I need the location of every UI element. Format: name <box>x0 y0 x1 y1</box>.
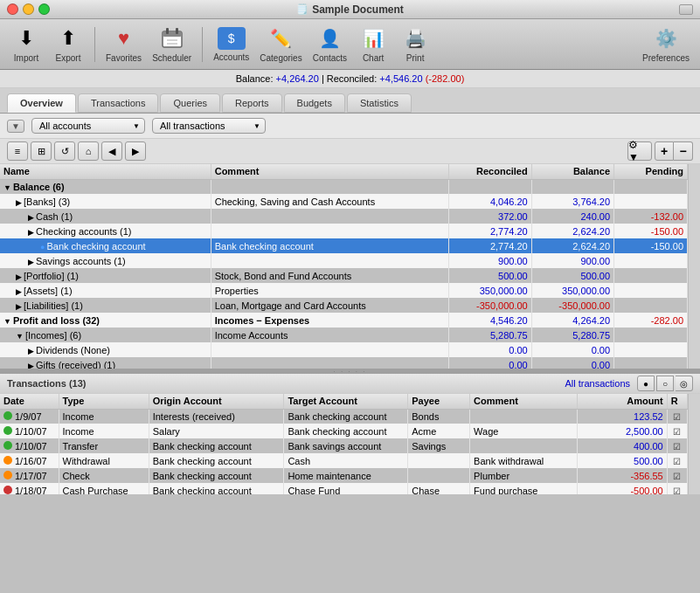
trans-view-btn-2[interactable]: ○ <box>656 376 674 391</box>
transactions-scroll: Date Type Origin Account Target Account … <box>0 394 700 494</box>
maximize-button[interactable] <box>38 3 50 15</box>
trans-cell-target: Bank checking account <box>284 424 408 438</box>
accounts-button[interactable]: $ Accounts <box>210 23 253 66</box>
add-button[interactable]: + <box>655 141 674 161</box>
preferences-button[interactable]: ⚙️ Preferences <box>639 23 693 66</box>
print-button[interactable]: 🖨️ Print <box>396 23 434 66</box>
accounts-scrollbar[interactable] <box>688 164 700 369</box>
tab-statistics[interactable]: Statistics <box>347 93 412 113</box>
transactions-scrollbar[interactable] <box>688 394 700 494</box>
print-label: Print <box>406 53 425 63</box>
transaction-row[interactable]: 1/18/07Cash PurchaseBank checking accoun… <box>0 483 688 494</box>
filter-bar: ▼ All accounts All transactions <box>0 114 700 139</box>
accounts-row[interactable]: ▶[Banks] (3)Checking, Saving and Cash Ac… <box>0 194 688 209</box>
accounts-row[interactable]: ▶[Assets] (1)Properties350,000.00350,000… <box>0 283 688 298</box>
accounts-row[interactable]: ▶[Portfolio] (1)Stock, Bond and Fund Acc… <box>0 268 688 283</box>
import-button[interactable]: ⬇ Import <box>7 23 45 66</box>
accounts-row[interactable]: ▶Dividends (None)0.000.00 <box>0 342 688 357</box>
tab-budgets[interactable]: Budgets <box>284 93 345 113</box>
accounts-filter[interactable]: All accounts <box>31 118 145 134</box>
transactions-filter[interactable]: All transactions <box>152 118 266 134</box>
accounts-table: Name Comment Reconciled Balance Pending … <box>0 164 688 369</box>
export-button[interactable]: ⬆ Export <box>49 23 87 66</box>
tcol-type[interactable]: Type <box>59 394 149 409</box>
tcol-origin[interactable]: Origin Account <box>149 394 284 409</box>
trans-cell-origin: Bank checking account <box>149 453 284 468</box>
accounts-cell-pending <box>614 268 688 283</box>
tab-overview[interactable]: Overview <box>7 93 76 113</box>
transactions-all-label[interactable]: All transactions <box>565 378 630 389</box>
tree-icon: ▶ <box>28 213 34 222</box>
accounts-filter-wrapper[interactable]: All accounts <box>31 118 145 134</box>
categories-button[interactable]: ✏️ Categories <box>256 23 305 66</box>
col-name[interactable]: Name <box>0 164 211 179</box>
list-view-button[interactable]: ≡ <box>7 141 28 161</box>
trans-cell-target: Bank savings account <box>284 438 408 453</box>
contacts-button[interactable]: 👤 Contacts <box>309 23 350 66</box>
trans-cell-comment: Wage <box>470 424 577 438</box>
tcol-payee[interactable]: Payee <box>408 394 470 409</box>
accounts-cell-name: ▼[Incomes] (6) <box>0 328 211 342</box>
accounts-label: Accounts <box>213 52 249 62</box>
tcol-target[interactable]: Target Account <box>284 394 408 409</box>
remove-button[interactable]: − <box>674 141 693 161</box>
accounts-row[interactable]: ▶Checking accounts (1)2,774.202,624.20-1… <box>0 224 688 238</box>
transaction-row[interactable]: 1/17/07CheckBank checking accountHome ma… <box>0 468 688 483</box>
tree-icon: ▶ <box>28 228 34 237</box>
accounts-row[interactable]: ▶[Liabilities] (1)Loan, Mortgage and Car… <box>0 298 688 313</box>
accounts-row[interactable]: ▶Cash (1)372.00240.00-132.00 <box>0 209 688 224</box>
transaction-row[interactable]: 1/9/07IncomeInterests (received)Bank che… <box>0 409 688 424</box>
tree-icon: ▼ <box>3 317 11 326</box>
trans-view-btn-1[interactable]: ● <box>637 376 655 391</box>
trans-view-btn-3[interactable]: ◎ <box>676 376 693 391</box>
balance-label: Balance: <box>236 73 276 84</box>
filter-collapse[interactable]: ▼ <box>7 120 24 133</box>
reconciled-value: +4,546.20 <box>379 73 422 84</box>
settings-button[interactable]: ⚙ ▼ <box>627 141 652 161</box>
toolbar-separator-1 <box>94 27 95 62</box>
accounts-cell-name: ▶Gifts (received) (1) <box>0 357 211 369</box>
forward-button[interactable]: ▶ <box>125 141 146 161</box>
accounts-row[interactable]: ▼Profit and loss (32)Incomes − Expenses4… <box>0 313 688 328</box>
resize-button[interactable] <box>679 4 693 15</box>
accounts-cell-comment: Incomes − Expenses <box>211 313 449 328</box>
accounts-cell-name: ▼Profit and loss (32) <box>0 313 211 328</box>
col-pending[interactable]: Pending <box>614 164 688 179</box>
export-label: Export <box>56 53 81 63</box>
tcol-date[interactable]: Date <box>0 394 59 409</box>
accounts-row[interactable]: ▶Savings accounts (1)900.00900.00 <box>0 253 688 268</box>
tab-queries[interactable]: Queries <box>160 93 220 113</box>
home-button[interactable]: ⌂ <box>78 141 99 161</box>
scheduler-button[interactable]: Scheduler <box>149 23 195 66</box>
back-button[interactable]: ◀ <box>101 141 122 161</box>
accounts-row[interactable]: ●Bank checking accountBank checking acco… <box>0 238 688 253</box>
col-comment[interactable]: Comment <box>211 164 449 179</box>
accounts-row[interactable]: ▼[Incomes] (6)Income Accounts5,280.755,2… <box>0 328 688 342</box>
tree-icon: ▶ <box>28 347 34 355</box>
grid-view-button[interactable]: ⊞ <box>31 141 52 161</box>
transaction-row[interactable]: 1/16/07WithdrawalBank checking accountCa… <box>0 453 688 468</box>
export-icon: ⬆ <box>56 26 80 51</box>
accounts-cell-pending <box>614 357 688 369</box>
tcol-comment[interactable]: Comment <box>470 394 577 409</box>
close-button[interactable] <box>7 3 18 15</box>
chart-button[interactable]: 📊 Chart <box>354 23 392 66</box>
transaction-row[interactable]: 1/10/07TransferBank checking accountBank… <box>0 438 688 453</box>
accounts-row[interactable]: ▼Balance (6) <box>0 179 688 194</box>
favorites-button[interactable]: ♥ Favorites <box>102 23 145 66</box>
preferences-label: Preferences <box>642 53 690 63</box>
tcol-amount[interactable]: Amount <box>577 394 667 409</box>
refresh-button[interactable]: ↺ <box>54 141 75 161</box>
transactions-filter-wrapper[interactable]: All transactions <box>152 118 266 134</box>
svg-rect-1 <box>163 31 182 37</box>
window-controls[interactable] <box>7 3 50 15</box>
transaction-row[interactable]: 1/10/07IncomeSalaryBank checking account… <box>0 424 688 438</box>
col-reconciled[interactable]: Reconciled <box>449 164 531 179</box>
tcol-r[interactable]: R <box>667 394 687 409</box>
tab-transactions[interactable]: Transactions <box>78 93 159 113</box>
accounts-cell-balance <box>531 179 613 194</box>
col-balance[interactable]: Balance <box>531 164 613 179</box>
status-dot <box>3 471 12 479</box>
minimize-button[interactable] <box>23 3 34 15</box>
tab-reports[interactable]: Reports <box>222 93 282 113</box>
